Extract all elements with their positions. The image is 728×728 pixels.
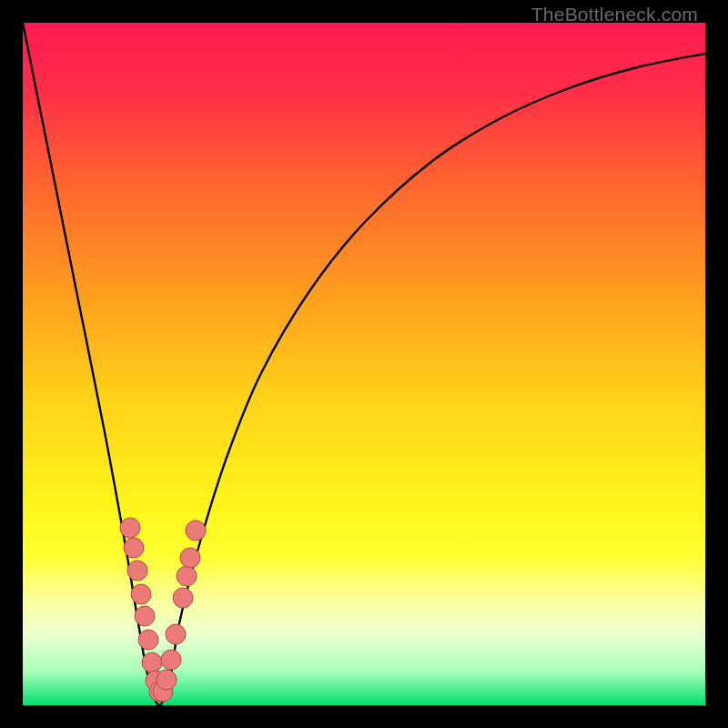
curve-marker	[173, 588, 193, 608]
curve-marker	[135, 606, 155, 626]
curve-marker	[138, 630, 158, 650]
curve-marker	[131, 584, 151, 604]
curve-marker	[180, 548, 200, 568]
curve-marker	[127, 561, 147, 581]
curve-marker	[120, 518, 140, 538]
curve-marker	[157, 670, 177, 690]
curve-marker	[124, 538, 144, 558]
curve-marker	[166, 624, 186, 644]
curve-marker	[177, 566, 197, 586]
watermark-text: TheBottleneck.com	[531, 4, 698, 25]
outer-frame: TheBottleneck.com	[0, 0, 728, 728]
curve-line	[23, 23, 705, 705]
curve-marker	[186, 521, 206, 541]
curve-marker	[161, 650, 181, 670]
bottleneck-curve	[23, 23, 705, 705]
plot-area	[23, 23, 705, 705]
curve-marker	[142, 652, 162, 672]
